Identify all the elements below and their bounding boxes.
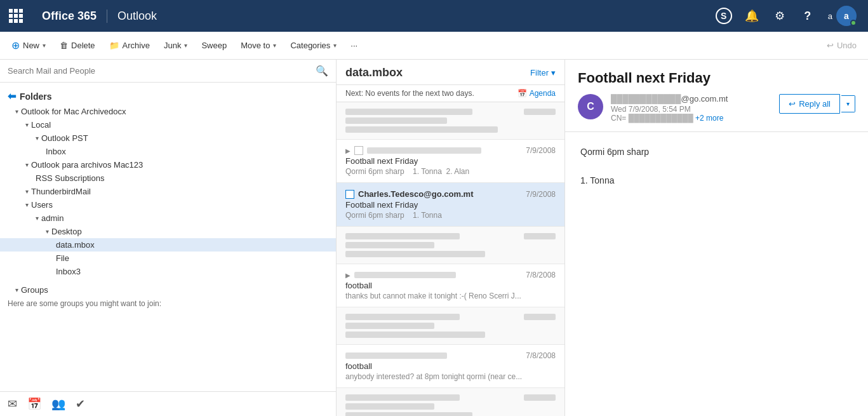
email-preview: thanks but cannot make it tonight :-( Re… bbox=[345, 292, 556, 300]
email-date: 7/9/2008 bbox=[526, 190, 556, 199]
archive-button[interactable]: 📁 Archive bbox=[103, 37, 156, 54]
filter-button[interactable]: Filter ▾ bbox=[530, 68, 556, 77]
sidebar-item-label: ThunderbirdMail bbox=[31, 187, 91, 196]
list-item[interactable] bbox=[337, 227, 564, 264]
sidebar-item-admin[interactable]: ▾ admin bbox=[0, 211, 336, 225]
user-name: a bbox=[828, 11, 832, 21]
body-line-2: 1. Tonna bbox=[580, 173, 853, 187]
sidebar-item-file[interactable]: File bbox=[0, 252, 336, 265]
sidebar-item-label: RSS Subscriptions bbox=[36, 173, 104, 183]
new-button[interactable]: ⊕ New ▾ bbox=[5, 36, 52, 55]
sidebar-item-users[interactable]: ▾ Users bbox=[0, 198, 336, 211]
sidebar-item-inbox3[interactable]: Inbox3 bbox=[0, 265, 336, 278]
sidebar-item-outlook-pst[interactable]: ▾ Outlook PST bbox=[0, 131, 336, 145]
categories-button[interactable]: Categories ▾ bbox=[284, 37, 343, 54]
folders-header[interactable]: ⬅ Folders bbox=[0, 88, 336, 105]
waffle-icon bbox=[9, 9, 23, 23]
sender-row: C ████████████@go.com.mt Wed 7/9/2008, 5… bbox=[578, 94, 855, 123]
skype-button[interactable]: S bbox=[711, 3, 737, 29]
email-checkbox[interactable] bbox=[345, 190, 354, 199]
sidebar-item-label: data.mbox bbox=[56, 240, 95, 250]
junk-button[interactable]: Junk ▾ bbox=[157, 37, 194, 54]
list-item[interactable] bbox=[337, 307, 564, 345]
top-bar: Office 365 Outlook S 🔔 ⚙ ? a a bbox=[0, 0, 868, 32]
sidebar-item-outlook-archivos[interactable]: ▾ Outlook para archivos Mac123 bbox=[0, 158, 336, 171]
junk-dropdown-arrow: ▾ bbox=[184, 42, 187, 49]
reply-all-button[interactable]: ↩ Reply all bbox=[779, 94, 840, 114]
email-preview: Qormi 6pm sharp 1. Tonna bbox=[345, 211, 556, 220]
email-list-panel: data.mbox Filter ▾ Next: No events for t… bbox=[337, 60, 565, 416]
list-item[interactable] bbox=[337, 388, 564, 416]
sidebar-item-label: Inbox bbox=[46, 147, 66, 156]
undo-button[interactable]: ↩ Undo bbox=[820, 37, 863, 54]
list-item[interactable]: ▶ 7/8/2008 football thanks but cannot ma… bbox=[337, 264, 564, 307]
plus-icon: ⊕ bbox=[11, 39, 20, 51]
sender-cn: CN= ████████████ +2 more bbox=[611, 114, 771, 123]
more-button[interactable]: ··· bbox=[344, 37, 364, 54]
agenda-button[interactable]: 📅 Agenda bbox=[517, 89, 556, 98]
back-arrow-icon: ⬅ bbox=[8, 90, 16, 102]
undo-icon: ↩ bbox=[827, 41, 834, 50]
sidebar-item-thunderbird[interactable]: ▾ ThunderbirdMail bbox=[0, 185, 336, 198]
list-item[interactable]: 7/8/2008 football anybody interested? at… bbox=[337, 345, 564, 388]
moveto-button[interactable]: Move to ▾ bbox=[234, 37, 283, 54]
top-bar-right: S 🔔 ⚙ ? a a bbox=[711, 3, 868, 29]
user-menu[interactable]: a a bbox=[823, 3, 862, 29]
more-recipients[interactable]: +2 more bbox=[695, 114, 723, 123]
list-item[interactable]: Charles.Tedesco@go.com.mt 7/9/2008 Footb… bbox=[337, 183, 564, 227]
sender-email: ████████████@go.com.mt bbox=[611, 94, 771, 104]
folder-tree: ⬅ Folders ▾ Outlook for Mac Archivedocx … bbox=[0, 83, 336, 391]
body-line-1: Qormi 6pm sharp bbox=[580, 145, 853, 159]
sender-avatar: C bbox=[578, 94, 603, 119]
sidebar-item-groups[interactable]: ▾ Groups bbox=[0, 283, 336, 297]
sidebar-item-label: Groups bbox=[21, 285, 48, 295]
reading-body: Qormi 6pm sharp 1. Tonna bbox=[565, 132, 868, 416]
app-name: Outlook bbox=[107, 10, 167, 23]
help-button[interactable]: ? bbox=[795, 3, 820, 29]
email-subject: football bbox=[345, 281, 556, 290]
sidebar-item-label: Outlook para archivos Mac123 bbox=[31, 160, 143, 170]
sidebar-item-label: File bbox=[56, 253, 69, 263]
waffle-menu[interactable] bbox=[0, 0, 32, 32]
bottom-nav: ✉ 📅 👥 ✔ bbox=[0, 391, 336, 416]
sidebar: 🔍 ⬅ Folders ▾ Outlook for Mac Archivedoc… bbox=[0, 60, 337, 416]
search-input[interactable] bbox=[8, 66, 310, 76]
reply-dropdown-button[interactable]: ▾ bbox=[841, 95, 855, 112]
categories-dropdown-arrow: ▾ bbox=[333, 42, 337, 49]
filter-label: Filter bbox=[530, 68, 549, 77]
mail-nav-icon[interactable]: ✉ bbox=[8, 397, 17, 411]
sidebar-item-label: Desktop bbox=[51, 227, 82, 236]
email-preview: anybody interested? at 8pm tonight qormi… bbox=[345, 372, 556, 381]
next-events-text: Next: No events for the next two days. bbox=[345, 89, 474, 98]
expand-arrow-icon: ▾ bbox=[25, 161, 29, 168]
list-item[interactable] bbox=[337, 102, 564, 140]
expand-icon: ▶ bbox=[345, 147, 351, 154]
sidebar-item-inbox[interactable]: Inbox bbox=[0, 145, 336, 158]
sidebar-item-desktop[interactable]: ▾ Desktop bbox=[0, 225, 336, 238]
sidebar-item-rss[interactable]: RSS Subscriptions bbox=[0, 171, 336, 185]
sidebar-item-local[interactable]: ▾ Local bbox=[0, 118, 336, 131]
calendar-icon: 📅 bbox=[517, 89, 527, 98]
reading-pane: Football next Friday C ████████████@go.c… bbox=[565, 60, 868, 416]
notifications-button[interactable]: 🔔 bbox=[739, 3, 765, 29]
tasks-nav-icon[interactable]: ✔ bbox=[76, 397, 85, 411]
skype-icon: S bbox=[716, 8, 732, 24]
sidebar-item-data-mbox[interactable]: data.mbox bbox=[0, 238, 336, 252]
email-list-header: data.mbox Filter ▾ bbox=[337, 60, 564, 85]
expand-arrow-icon: ▾ bbox=[15, 286, 18, 293]
settings-button[interactable]: ⚙ bbox=[767, 3, 792, 29]
email-preview: Qormi 6pm sharp 1. Tonna 2. Alan bbox=[345, 167, 556, 176]
agenda-row: Next: No events for the next two days. 📅… bbox=[337, 85, 564, 102]
search-icon[interactable]: 🔍 bbox=[316, 65, 328, 77]
sidebar-item-outlook-mac[interactable]: ▾ Outlook for Mac Archivedocx bbox=[0, 105, 336, 118]
expand-arrow-icon: ▾ bbox=[15, 108, 18, 115]
email-checkbox[interactable] bbox=[354, 146, 363, 155]
calendar-nav-icon[interactable]: 📅 bbox=[27, 397, 41, 411]
delete-button[interactable]: 🗑 Delete bbox=[53, 37, 102, 54]
list-item[interactable]: ▶ 7/9/2008 Football next Friday Qormi 6p… bbox=[337, 140, 564, 183]
email-date: 7/9/2008 bbox=[526, 146, 556, 155]
expand-arrow-icon: ▾ bbox=[25, 188, 29, 195]
bell-icon: 🔔 bbox=[745, 9, 759, 23]
sweep-button[interactable]: Sweep bbox=[195, 37, 233, 54]
people-nav-icon[interactable]: 👥 bbox=[51, 397, 65, 411]
